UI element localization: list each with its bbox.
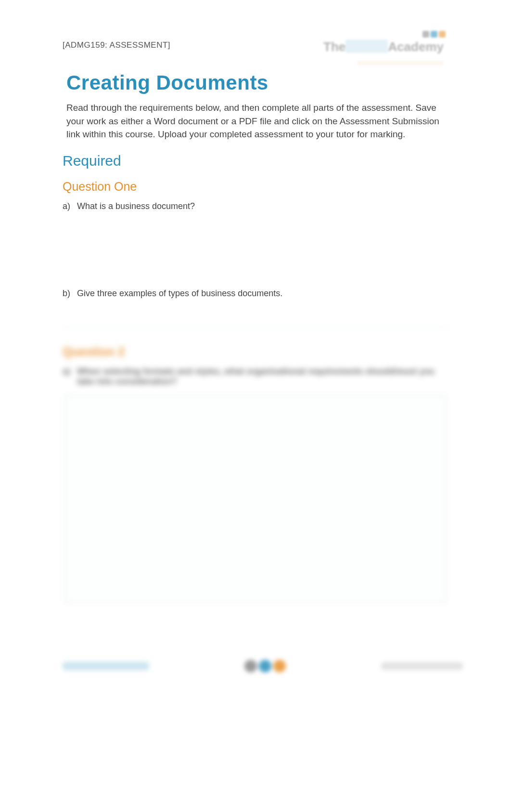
question-text: Give three examples of types of business… (77, 288, 448, 299)
question-one-heading: Question One (63, 180, 448, 194)
page-footer (63, 660, 463, 672)
logo-tagline (357, 61, 444, 65)
header-row: [ADMG159: ASSESSMENT] The Academy (63, 29, 448, 67)
intro-paragraph: Read through the requirements below, and… (66, 101, 445, 141)
section-heading-required: Required (63, 153, 448, 169)
footer-copyright (381, 662, 463, 670)
logo-mid-block (345, 39, 388, 53)
logo-dot-blue-icon (431, 31, 437, 38)
logo-text: The Academy (323, 39, 444, 54)
question-two-item-a: a) When selecting formats and styles, wh… (63, 367, 448, 387)
logo-text-left: The (323, 39, 345, 54)
question-one-item-b: b) Give three examples of types of busin… (63, 288, 448, 299)
question-text: When selecting formats and styles, what … (77, 367, 448, 387)
blurred-preview-section: Question 2 a) When selecting formats and… (63, 327, 448, 602)
page-title: Creating Documents (66, 71, 448, 94)
footer-dot-orange-icon (273, 660, 286, 672)
question-one-item-a: a) What is a business document? (63, 201, 448, 211)
logo-text-right: Academy (388, 39, 444, 54)
footer-dot-blue-icon (259, 660, 271, 672)
logo-dots (422, 31, 446, 38)
logo-dot-grey-icon (422, 31, 429, 38)
brand-logo: The Academy (319, 29, 448, 67)
question-letter: a) (63, 201, 77, 211)
question-letter: b) (63, 288, 77, 299)
answer-input-box (64, 395, 447, 602)
footer-logo-dots (244, 660, 286, 672)
question-text: What is a business document? (77, 201, 448, 211)
footer-url (63, 662, 149, 670)
logo-dot-orange-icon (439, 31, 446, 38)
document-page: [ADMG159: ASSESSMENT] The Academy Creati… (0, 0, 511, 602)
question-two-heading: Question 2 (63, 345, 448, 359)
course-code: [ADMG159: ASSESSMENT] (63, 29, 170, 50)
footer-dot-grey-icon (244, 660, 257, 672)
question-letter: a) (63, 367, 77, 387)
